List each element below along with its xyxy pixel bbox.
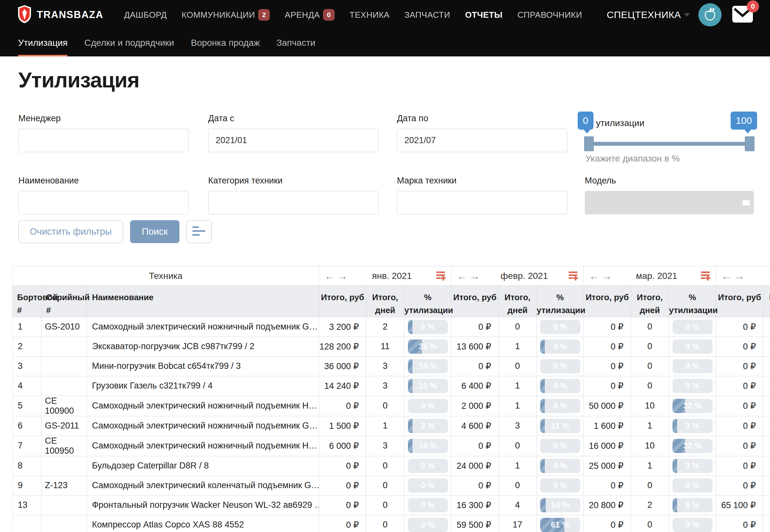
- utilization-table-wrap: Техника←→янв. 2021←→февр. 2021←→мар. 202…: [12, 266, 770, 532]
- nav-item[interactable]: ДАШБОРД: [124, 10, 166, 20]
- nav-badge: 2: [258, 9, 270, 21]
- cell-total-rub: 2 000 ₽: [451, 396, 498, 416]
- nav-item[interactable]: КОММУНИКАЦИИ2: [182, 9, 270, 21]
- cell-total-rub: 3 200 ₽: [319, 317, 366, 337]
- avatar[interactable]: [698, 3, 722, 26]
- cell-total-days: 0: [498, 436, 537, 456]
- utilization-bar: 4 %: [540, 459, 580, 473]
- next-month-arrow[interactable]: →: [734, 271, 745, 281]
- cell-total-rub: 0 ₽: [584, 337, 631, 356]
- prev-month-arrow[interactable]: ←: [457, 271, 467, 281]
- cell-total-days: [763, 456, 770, 476]
- clear-filters-button[interactable]: Очистить фильтры: [18, 220, 123, 243]
- table-row: 3Мини-погрузчик Bobcat с654тк799 / 336 0…: [13, 356, 770, 376]
- cell-total-rub: 0 ₽: [716, 416, 763, 436]
- cell-total-days: 10: [631, 436, 669, 456]
- sort-options-button[interactable]: [186, 220, 212, 243]
- apple-icon: [702, 6, 718, 24]
- prev-month-arrow[interactable]: ←: [324, 271, 335, 281]
- col-total-rub: Итого, руб: [584, 286, 631, 317]
- table-row: Компрессор Atlas Copco XAS 88 45520 ₽00 …: [13, 515, 770, 532]
- utilization-bar: 4 %: [540, 399, 580, 413]
- cell-total-days: 1: [498, 337, 537, 356]
- cell-serial: [42, 515, 87, 532]
- cell-total-days: 0: [631, 337, 669, 356]
- cell-total-rub: 25 000 ₽: [584, 456, 631, 476]
- col-utilization-pct: % утилизации: [669, 286, 716, 317]
- tab[interactable]: Запчасти: [277, 30, 315, 56]
- add-columns-icon[interactable]: [568, 271, 578, 281]
- filter-model: Модель: [585, 176, 754, 214]
- cell-total-rub: 0 ₽: [319, 456, 366, 476]
- utilization-table: Техника←→янв. 2021←→февр. 2021←→мар. 202…: [12, 266, 770, 532]
- cell-total-rub: 1 500 ₽: [319, 416, 366, 436]
- cell-utilization-pct: 32 %: [669, 436, 716, 456]
- brand-label: Марка техники: [397, 176, 567, 186]
- cell-total-rub: 0 ₽: [584, 515, 631, 532]
- prev-month-arrow[interactable]: ←: [721, 271, 732, 281]
- cell-total-rub: 0 ₽: [584, 476, 631, 495]
- utilization-bar: 4 %: [540, 340, 580, 354]
- cell-serial: [42, 337, 87, 356]
- next-month-arrow[interactable]: →: [337, 271, 348, 281]
- cell-total-rub: 13 600 ₽: [451, 337, 498, 356]
- category-input[interactable]: [208, 191, 379, 214]
- tab[interactable]: Воронка продаж: [191, 30, 260, 56]
- cell-utilization-pct: 35 %: [404, 337, 451, 356]
- next-month-arrow[interactable]: →: [469, 271, 480, 281]
- date-from-input[interactable]: 2021/01: [208, 129, 379, 152]
- nav-item[interactable]: АРЕНДА0: [285, 9, 335, 21]
- cell-name: Бульдозер Caterpillar D8R / 8: [87, 456, 319, 476]
- month-label: мар. 2021: [615, 271, 698, 281]
- nav-item[interactable]: ЗАПЧАСТИ: [404, 10, 450, 20]
- range-slider-handle-max[interactable]: [745, 136, 755, 151]
- cell-total-rub: 0 ₽: [584, 317, 631, 337]
- brand-input[interactable]: [397, 191, 567, 214]
- add-columns-icon[interactable]: [701, 271, 711, 281]
- utilization-bar: 10 %: [408, 439, 448, 453]
- cell-total-days: 0: [366, 456, 404, 476]
- filter-utilization-range: % утилизации 0 100 Укажите диапазон в %: [585, 113, 754, 128]
- cell-total-rub: 65 100 ₽: [716, 495, 763, 515]
- utilization-bar: 0 %: [673, 478, 713, 493]
- filter-category: Категория техники: [208, 176, 379, 214]
- cell-utilization-pct: 4 %: [537, 376, 584, 396]
- cell-utilization-pct: 14 %: [537, 495, 584, 515]
- search-button[interactable]: Поиск: [130, 220, 179, 243]
- range-hint: Укажите диапазон в %: [586, 153, 680, 164]
- utilization-bar: 11 %: [540, 419, 580, 433]
- cell-total-days: 3: [366, 376, 404, 396]
- chevron-down-icon: [684, 13, 690, 17]
- cell-total-days: 0: [631, 515, 669, 532]
- next-month-arrow[interactable]: →: [602, 271, 612, 281]
- logo[interactable]: TRANSBAZA: [17, 5, 103, 25]
- date-to-input[interactable]: 2021/07: [397, 129, 567, 152]
- col-total-rub: Итого, руб: [319, 286, 366, 317]
- tab[interactable]: Сделки и подрядчики: [84, 30, 174, 56]
- month-group-header: ←→янв. 2021: [319, 266, 451, 286]
- add-columns-icon[interactable]: [436, 271, 446, 281]
- utilization-bar: 6 %: [673, 498, 713, 512]
- nav-item[interactable]: СПРАВОЧНИКИ: [517, 10, 582, 20]
- cell-total-days: 0: [631, 317, 669, 337]
- range-slider-track[interactable]: [585, 142, 754, 146]
- filter-manager: Менеджер: [18, 113, 189, 152]
- utilization-bar: 0 %: [540, 478, 580, 493]
- utilization-bar: 3 %: [673, 419, 713, 433]
- col-total-days: Итого, дней: [366, 286, 404, 317]
- name-input[interactable]: [18, 191, 189, 214]
- cell-total-days: 0: [366, 396, 404, 416]
- cell-total-days: [763, 476, 770, 495]
- range-slider-handle-min[interactable]: [584, 136, 594, 151]
- account-switcher[interactable]: СПЕЦТЕХНИКА: [607, 9, 690, 20]
- tab[interactable]: Утилизация: [18, 30, 67, 56]
- cell-total-rub: 0 ₽: [716, 396, 763, 416]
- nav-item[interactable]: ТЕХНИКА: [350, 10, 390, 20]
- mail-button[interactable]: 0: [732, 5, 753, 24]
- prev-month-arrow[interactable]: ←: [589, 271, 599, 281]
- cell-total-days: [763, 515, 770, 532]
- nav-item[interactable]: ОТЧЕТЫ: [465, 10, 502, 20]
- cell-total-rub: 50 000 ₽: [584, 396, 631, 416]
- manager-input[interactable]: [18, 129, 189, 152]
- cell-utilization-pct: 0 %: [669, 476, 716, 495]
